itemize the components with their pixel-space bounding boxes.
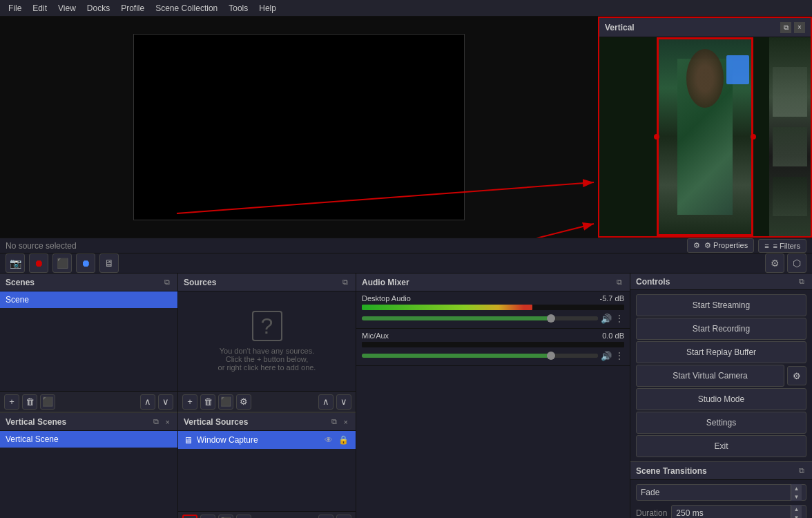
transport-btn-5[interactable]: 🖥 [99,253,119,273]
audio-track-desktop: Desktop Audio -5.7 dB 🔊 ⋮ [356,291,630,329]
menu-edit[interactable]: Edit [27,2,52,15]
vertical-sources-group-btn[interactable]: ⬛ [218,515,233,519]
filters-button[interactable]: ≡ ≡ Filters [758,239,806,253]
menu-tools[interactable]: Tools [223,2,253,15]
vertical-source-item-0[interactable]: 🖥 Window Capture 👁 🔒 [178,431,356,449]
sources-panel-undock-btn[interactable]: ⧉ [340,277,350,287]
vertical-sources-add-btn[interactable]: + [182,515,197,519]
sources-footer: + 🗑 ⬛ ⚙ ∧ ∨ [178,391,356,412]
menu-file[interactable]: File [3,2,27,15]
sources-remove-btn[interactable]: 🗑 [200,394,215,410]
mic-audio-menu-btn[interactable]: ⋮ [615,350,624,361]
mic-aux-db: 0.0 dB [602,332,624,340]
vertical-sources-settings-btn[interactable]: ⚙ [236,515,251,519]
vertical-scenes-header: Vertical Scenes ⧉ × [0,413,177,431]
scenes-add-btn[interactable]: + [4,394,19,410]
desktop-audio-menu-btn[interactable]: ⋮ [615,313,624,324]
transport-btn-3[interactable]: ⬛ [52,253,72,273]
duration-label: Duration [636,508,667,518]
transition-type-select[interactable]: Fade ▲ ▼ [636,484,806,501]
source-toolbar: No source selected ⚙ ⚙ Properties ≡ ≡ Fi… [0,238,812,253]
vertical-panel-close-btn[interactable]: × [794,22,805,33]
settings-btn[interactable]: Settings [636,412,806,434]
desktop-audio-bar [362,305,532,310]
menu-profile[interactable]: Profile [115,2,150,15]
exit-btn[interactable]: Exit [636,435,806,457]
scenes-down-btn[interactable]: ∨ [158,394,173,410]
vertical-panel-controls: ⧉ × [780,22,805,33]
sources-empty-icon: ? [252,311,282,341]
desktop-mute-btn[interactable]: 🔊 [601,314,612,324]
mic-mute-btn[interactable]: 🔊 [601,351,612,361]
transport-btn-record[interactable]: ⏺ [29,253,48,273]
studio-mode-btn[interactable]: Studio Mode [636,388,806,410]
vertical-scene-item-0[interactable]: Vertical Scene [0,431,177,448]
scenes-panel-title: Scenes [6,278,35,287]
start-replay-buffer-btn[interactable]: Start Replay Buffer [636,341,806,363]
sources-add-btn[interactable]: + [182,394,197,410]
desktop-volume-fader[interactable] [362,316,598,320]
sources-filter-btn[interactable]: ⬛ [218,394,233,410]
scene-transitions-undock-btn[interactable]: ⧉ [797,466,806,476]
sources-down-btn[interactable]: ∨ [336,394,351,410]
transport-layout-btn[interactable]: ⬡ [787,253,806,273]
start-virtual-camera-btn[interactable]: Start Virtual Camera [636,365,784,387]
transport-btn-1[interactable]: 📷 [6,253,25,273]
scenes-remove-btn[interactable]: 🗑 [22,394,37,410]
transition-type-row: Fade ▲ ▼ [636,484,806,501]
vertical-sources-remove-btn[interactable]: 🗑 [200,515,215,519]
vertical-preview-content [599,37,811,236]
vertical-sources-down-btn[interactable]: ∨ [336,515,351,519]
vertical-panel-undock-btn[interactable]: ⧉ [780,22,791,33]
menu-docks[interactable]: Docks [81,2,115,15]
audio-mixer-undock-btn[interactable]: ⧉ [615,277,624,287]
virtual-camera-gear-btn[interactable]: ⚙ [787,366,806,385]
vertical-sources-title: Vertical Sources [184,417,248,427]
no-source-label: No source selected [6,241,683,251]
audio-mixer-title: Audio Mixer [362,278,409,287]
scene-transitions-header-icons: ⧉ [797,466,806,476]
duration-down-btn[interactable]: ▼ [791,513,802,518]
transport-btn-stream[interactable]: ⏺ [76,253,95,273]
vertical-source-controls: 👁 🔒 [323,434,350,445]
scenes-panel-undock-btn[interactable]: ⧉ [162,277,172,287]
vertical-sources-close-btn[interactable]: × [342,416,350,427]
scenes-list: Scene [0,291,177,391]
source-lock-btn[interactable]: 🔒 [337,434,350,445]
transport-settings-btn[interactable]: ⚙ [765,253,784,273]
vertical-sources-undock-btn[interactable]: ⧉ [329,416,339,427]
scene-item-0[interactable]: Scene [0,291,177,308]
properties-button[interactable]: ⚙ ⚙ Properties [687,238,754,253]
scenes-up-btn[interactable]: ∧ [140,394,155,410]
virtual-camera-row: Start Virtual Camera ⚙ [636,365,806,387]
sources-up-btn[interactable]: ∧ [318,394,334,410]
virtual-camera-gear-icon: ⚙ [793,371,801,381]
scenes-area: Scenes ⧉ Scene + 🗑 ⬛ ∧ ∨ [0,274,178,518]
vertical-sources-footer: + 🗑 ⬛ ⚙ ∧ ∨ [178,511,356,518]
transition-duration-row: Duration 250 ms ▲ ▼ [636,505,806,518]
vertical-scenes-undock-btn[interactable]: ⧉ [151,416,161,427]
controls-undock-btn[interactable]: ⧉ [797,276,806,287]
window-capture-icon: 🖥 [184,435,193,445]
menu-help[interactable]: Help [253,2,282,15]
start-recording-btn[interactable]: Start Recording [636,318,806,340]
vertical-scenes-close-btn[interactable]: × [164,416,172,427]
transport-bar: 📷 ⏺ ⬛ ⏺ 🖥 ⚙ ⬡ [0,253,812,273]
duration-up-btn[interactable]: ▲ [791,505,802,513]
preview-canvas [133,34,465,220]
audio-mixer-header-icons: ⧉ [615,277,624,287]
vertical-panel: Vertical ⧉ × [598,17,812,238]
sources-settings-btn[interactable]: ⚙ [236,394,251,410]
scenes-filter-btn[interactable]: ⬛ [40,394,55,410]
transition-type-value: Fade [641,488,659,497]
transition-down-btn[interactable]: ▼ [791,492,802,501]
start-streaming-btn[interactable]: Start Streaming [636,294,806,316]
menu-view[interactable]: View [52,2,81,15]
transition-up-btn[interactable]: ▲ [791,484,802,492]
menu-scene-collection[interactable]: Scene Collection [150,2,223,15]
sources-empty: ? You don't have any sources. Click the … [178,291,356,391]
vertical-sources-up-btn[interactable]: ∧ [318,515,334,519]
source-visibility-btn[interactable]: 👁 [323,434,334,445]
duration-input[interactable]: 250 ms ▲ ▼ [671,505,806,518]
mic-volume-fader[interactable] [362,354,598,358]
